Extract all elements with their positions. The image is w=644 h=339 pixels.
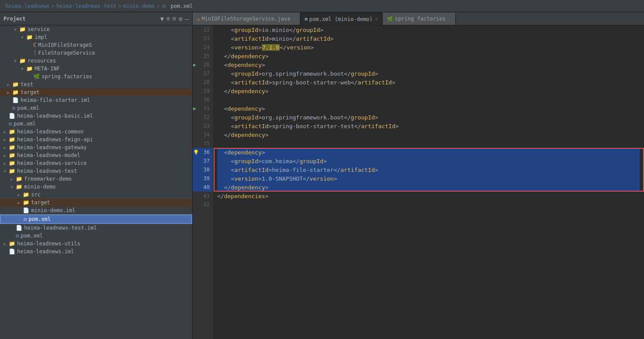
tree-item-test[interactable]: ▶ 📁 test: [0, 80, 192, 88]
tree-item-target1[interactable]: ▶ 📁 target: [0, 88, 192, 96]
run-gutter-26[interactable]: ▶: [193, 62, 196, 68]
tree-item-minio-demo[interactable]: ▼ 📁 minio-demo: [0, 183, 192, 191]
line-23: 23: [193, 34, 212, 43]
breadcrumb-item-4: m pom.xml: [161, 3, 194, 9]
collapse-all-icon[interactable]: ≡: [166, 15, 170, 22]
tree-item-filestorageservice[interactable]: I FileStorageService: [0, 49, 192, 57]
tree-item-resources[interactable]: ▼ 📁 resources: [0, 57, 192, 65]
code-line-28: <artifactId>spring-boot-starter-web</art…: [217, 78, 640, 87]
highlighted-block: <dependency> <groupId>com.heima</groupId…: [217, 148, 640, 192]
breadcrumb-item-2[interactable]: heima-leadnews-test: [56, 3, 116, 9]
tree-item-minio-iml[interactable]: 📄 minio-demo.iml: [0, 206, 192, 214]
code-line-27: <groupId>org.springframework.boot</group…: [217, 69, 640, 78]
tree-item-target2[interactable]: ▶ 📁 target: [0, 199, 192, 206]
version-highlight-24: 7.1.0: [262, 44, 280, 51]
main-layout: Project ▼ ≡ ⊟ ⚙ — ▼ 📁 service ▼ 📁 impl C: [0, 12, 644, 339]
code-line-33: <artifactId>spring-boot-starter-test</ar…: [217, 122, 640, 130]
minimize-icon[interactable]: —: [185, 15, 189, 22]
run-gutter-31[interactable]: ▶: [193, 105, 196, 112]
arrow-test: ▶: [7, 82, 12, 87]
tree-item-miniofileservice[interactable]: C MinIOFileStorageS: [0, 41, 192, 49]
breadcrumb: heima-leadnews > heima-leadnews-test > m…: [0, 0, 644, 12]
tree-label-minio-demo: minio-demo: [24, 184, 56, 190]
tree-item-utils[interactable]: ▶ 📁 heima-leadnews-utils: [0, 240, 192, 248]
line-numbers: 22 23 24 25 ▶ 26 27 28 29 30 ▶ 31: [193, 25, 213, 339]
xml-icon-2: m: [9, 121, 12, 127]
tree-item-impl[interactable]: ▼ 📁 impl: [0, 33, 192, 41]
line-35: 35: [193, 139, 212, 148]
code-content[interactable]: <groupId>io.minio</groupId> <artifactId>…: [213, 25, 644, 339]
folder-test-parent-icon: 📁: [9, 168, 15, 174]
line-27: 27: [193, 69, 212, 78]
breadcrumb-item-3[interactable]: minio-demo: [123, 3, 155, 9]
line-25: 25: [193, 52, 212, 60]
line-22: 22: [193, 25, 212, 34]
line-39: 39: [193, 174, 212, 183]
arrow-minio-demo: ▼: [11, 185, 16, 189]
tree-item-pom2[interactable]: m pom.xml: [0, 120, 192, 128]
folder-service-icon: 📁: [19, 26, 26, 32]
tree-item-testparent-iml[interactable]: 📄 heima-leadnews-test.iml: [0, 224, 192, 232]
bulb-gutter-36[interactable]: 💡: [193, 150, 199, 155]
tree-item-src[interactable]: ▶ 📁 src: [0, 191, 192, 199]
folder-gateway-icon: 📁: [9, 144, 15, 150]
tree-item-freemarker[interactable]: ▶ 📁 freemarker-demo: [0, 175, 192, 183]
tree-label-pom2: pom.xml: [14, 121, 36, 127]
tree-item-metainf[interactable]: ▼ 📁 META-INF: [0, 65, 192, 73]
breadcrumb-item-1[interactable]: heima-leadnews: [5, 3, 49, 9]
panel-toolbar: Project ▼ ≡ ⊟ ⚙ —: [0, 12, 192, 25]
arrow-target2: ▶: [18, 200, 23, 205]
tree-item-feign[interactable]: ▶ 📁 heima-leadnews-feign-api: [0, 136, 192, 143]
folder-service2-icon: 📁: [9, 160, 15, 166]
tree-item-test-parent[interactable]: ▼ 📁 heima-leadnews-test: [0, 167, 192, 175]
arrow-test-parent: ▼: [4, 169, 9, 174]
folder-impl-icon: 📁: [26, 34, 33, 40]
tree-item-pom1[interactable]: m pom.xml: [0, 104, 192, 112]
tab-close-spring-factories[interactable]: ✕: [448, 17, 451, 21]
line-38: 38: [193, 165, 212, 174]
iml-icon-2: 📄: [9, 113, 15, 119]
code-line-40: </dependency>: [217, 183, 640, 192]
tree-item-heimafilestarter-iml[interactable]: 📄 heima-file-starter.iml: [0, 96, 192, 104]
project-dropdown-icon[interactable]: ▼: [160, 15, 164, 22]
tree-label-pom1: pom.xml: [17, 105, 39, 111]
tab-close-miniofileservice[interactable]: ✕: [293, 17, 296, 21]
tree-item-model[interactable]: ▶ 📁 heima-leadnews-model: [0, 151, 192, 159]
tree-item-common[interactable]: ▶ 📁 heima-leadnews-common: [0, 128, 192, 136]
tree-label-test: test: [21, 81, 33, 87]
tree-item-service[interactable]: ▼ 📁 service: [0, 25, 192, 33]
breadcrumb-sep-1: >: [51, 3, 54, 9]
code-line-26: <dependency>: [217, 60, 640, 69]
tab-icon-miniofileservice: ☕: [197, 16, 200, 22]
tree-label-service: service: [28, 26, 50, 32]
line-24: 24: [193, 43, 212, 52]
settings-icon[interactable]: ⚙: [179, 15, 182, 22]
tree-label-testparent-iml: heima-leadnews-test.iml: [24, 225, 97, 231]
code-line-25: </dependency>: [217, 52, 640, 60]
tree-item-gateway[interactable]: ▶ 📁 heima-leadnews-gateway: [0, 143, 192, 151]
line-30: 30: [193, 95, 212, 104]
tab-pom-minio[interactable]: m pom.xml (minio-demo) ✕: [300, 13, 383, 25]
arrow-model: ▶: [4, 153, 9, 158]
tab-miniofileservice[interactable]: ☕ MinIOFileStorageService.java ✕: [193, 13, 300, 25]
code-line-30: [217, 95, 640, 104]
tab-spring-factories[interactable]: 🌿 spring factories ✕: [383, 13, 456, 25]
tree-item-pom3[interactable]: m pom.xml: [0, 232, 192, 240]
folder-target2-icon: 📁: [23, 199, 29, 206]
line-37: 37: [193, 157, 212, 165]
tree-item-springfactories[interactable]: 🌿 spring.factories: [0, 73, 192, 80]
expand-all-icon[interactable]: ⊟: [172, 15, 176, 22]
right-content: ☕ MinIOFileStorageService.java ✕ m pom.x…: [193, 12, 644, 339]
tree-label-metainf: META-INF: [35, 66, 60, 72]
code-line-39: <version>1.0-SNAPSHOT</version>: [217, 174, 640, 183]
tree-item-service2[interactable]: ▶ 📁 heima-leadnews-service: [0, 159, 192, 167]
tab-close-pom-minio[interactable]: ✕: [375, 17, 378, 21]
tree-label-minio-iml: minio-demo.iml: [31, 207, 75, 213]
tree-item-pom-selected[interactable]: m pom.xml: [0, 214, 192, 224]
folder-test-icon: 📁: [12, 81, 19, 87]
tree-item-heima-basic-iml[interactable]: 📄 heima-leadnews-basic.iml: [0, 112, 192, 120]
tab-label-miniofileservice: MinIOFileStorageService.java: [202, 16, 290, 22]
line-29: 29: [193, 87, 212, 95]
tree-item-heima-leadnews-iml[interactable]: 📄 heima-leadnews.iml: [0, 248, 192, 255]
arrow-common: ▶: [4, 129, 9, 134]
